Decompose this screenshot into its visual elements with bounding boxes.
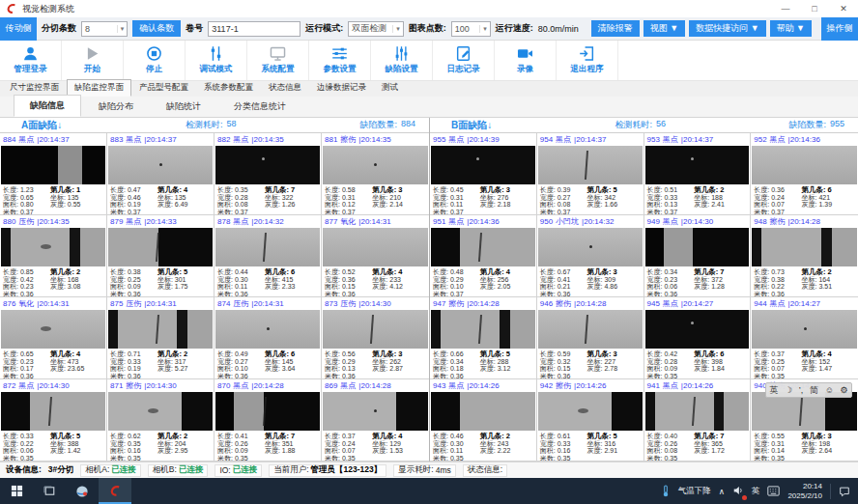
clock[interactable]: 20:14 2025/2/10 — [787, 482, 822, 500]
defect-image[interactable] — [538, 392, 643, 431]
defect-image[interactable] — [215, 228, 320, 266]
parameter-settings-button[interactable]: 参数设置 — [309, 41, 371, 80]
ime-simplified-toggle[interactable]: 简 — [810, 384, 818, 397]
ime-halfmoon-toggle[interactable]: ☽ — [785, 385, 792, 395]
tab-status-info[interactable]: 状态信息 — [261, 79, 309, 97]
defect-cell[interactable]: 882 黑点 |20:14:35 长度:0.35 宽度:0.28 面积:0.08… — [214, 133, 322, 215]
debug-mode-button[interactable]: 调试模式 — [186, 41, 247, 80]
action-center-icon[interactable] — [839, 486, 850, 497]
ime-emoji-button[interactable]: ☺ — [825, 385, 834, 395]
view-menu-button[interactable]: 视图 ▼ — [644, 20, 685, 37]
defect-cell[interactable]: 880 压伤 |20:14:35 长度:0.85 宽度:0.42 面积:0.23… — [0, 215, 107, 297]
defect-image[interactable] — [215, 146, 320, 184]
chart-points-select[interactable]: 100 ▾ — [451, 21, 491, 37]
defect-image[interactable] — [108, 146, 213, 184]
subtab-defect-info[interactable]: 缺陷信息 — [14, 95, 81, 117]
record-video-button[interactable]: 录像 — [495, 41, 557, 80]
defect-image[interactable] — [431, 228, 535, 266]
defect-image[interactable] — [645, 228, 750, 266]
defect-cell[interactable]: 879 黑点 |20:14:33 长度:0.38 宽度:0.25 面积:0.09… — [107, 215, 214, 297]
defect-cell[interactable]: 875 压伤 |20:14:31 长度:0.71 宽度:0.33 面积:0.19… — [107, 297, 214, 379]
stop-button[interactable]: 停止 — [124, 41, 186, 80]
subtab-class-info-statistics[interactable]: 分类信息统计 — [218, 97, 301, 117]
maximize-button[interactable]: □ — [800, 0, 829, 17]
defect-image[interactable] — [1, 146, 105, 184]
defect-image[interactable] — [1, 392, 105, 431]
defect-cell[interactable]: 877 氧化 |20:14:31 长度:0.52 宽度:0.36 面积:0.15… — [322, 215, 429, 297]
defect-cell[interactable]: 955 黑点 |20:14:39 长度:0.45 宽度:0.31 面积:0.11… — [430, 133, 537, 215]
defect-cell[interactable]: 878 黑点 |20:14:32 长度:0.44 宽度:0.30 面积:0.11… — [214, 215, 322, 297]
defect-image[interactable] — [752, 392, 857, 431]
defect-image[interactable] — [645, 310, 750, 349]
task-view-button[interactable] — [33, 478, 66, 504]
defect-image[interactable] — [645, 146, 750, 184]
defect-image[interactable] — [431, 392, 535, 431]
defect-image[interactable] — [323, 310, 428, 349]
exit-program-button[interactable]: 退出程序 — [557, 41, 618, 80]
admin-login-button[interactable]: 管理登录 — [0, 41, 62, 80]
defect-image[interactable] — [752, 146, 857, 184]
defect-cell[interactable]: 869 黑点 |20:14:28 长度:0.37 宽度:0.24 面积:0.07… — [322, 379, 429, 462]
ime-language-indicator[interactable]: 英 — [752, 486, 760, 497]
defect-cell[interactable]: 945 黑点 |20:14:27 长度:0.42 宽度:0.28 面积:0.09… — [644, 297, 752, 379]
close-button[interactable]: ✕ — [829, 0, 858, 17]
tab-test[interactable]: 测试 — [374, 79, 406, 97]
defect-image[interactable] — [752, 228, 857, 266]
defect-image[interactable] — [323, 146, 428, 184]
taskbar-app-browser[interactable] — [66, 478, 99, 504]
ime-language-toggle[interactable]: 英 — [769, 384, 778, 397]
data-quick-access-menu-button[interactable]: 数据快捷访问 ▼ — [689, 20, 765, 37]
tab-system-param-config[interactable]: 系统参数配置 — [196, 79, 261, 97]
defect-cell[interactable]: 874 压伤 |20:14:31 长度:0.49 宽度:0.27 面积:0.10… — [214, 297, 322, 379]
log-record-button[interactable]: 日志记录 — [433, 41, 495, 80]
defect-cell[interactable]: 941 黑点 |20:14:26 长度:0.40 宽度:0.26 面积:0.08… — [644, 379, 752, 462]
tab-edge-data-record[interactable]: 边缘数据记录 — [309, 79, 374, 97]
defect-image[interactable] — [431, 146, 535, 184]
defect-cell[interactable]: 876 氧化 |20:14:31 长度:0.65 宽度:0.23 面积:0.17… — [0, 297, 107, 379]
defect-cell[interactable]: 873 压伤 |20:14:30 长度:0.56 宽度:0.29 面积:0.13… — [322, 297, 429, 379]
defect-image[interactable] — [645, 392, 750, 431]
defect-image[interactable] — [752, 310, 857, 349]
defect-image[interactable] — [1, 310, 105, 349]
defect-cell[interactable]: 883 黑点 |20:14:37 长度:0.47 宽度:0.46 面积:0.19… — [107, 133, 214, 215]
defect-cell[interactable]: 884 黑点 |20:14:37 长度:1.23 宽度:0.65 面积:0.80… — [0, 133, 107, 215]
confirm-count-button[interactable]: 确认条数 — [132, 20, 181, 37]
defect-image[interactable] — [323, 392, 428, 431]
defect-cell[interactable]: 881 擦伤 |20:14:35 长度:0.58 宽度:0.31 面积:0.12… — [322, 133, 429, 215]
defect-cell[interactable]: 952 黑点 |20:14:36 长度:0.36 宽度:0.24 面积:0.07… — [751, 133, 858, 215]
defect-image[interactable] — [538, 146, 643, 184]
defect-settings-button[interactable]: 缺陷设置 — [371, 41, 433, 80]
defect-image[interactable] — [538, 310, 643, 349]
volume-icon[interactable] — [732, 485, 744, 498]
subtab-defect-statistics[interactable]: 缺陷统计 — [151, 97, 216, 117]
defect-cell[interactable]: 872 黑点 |20:14:30 长度:0.33 宽度:0.22 面积:0.06… — [0, 379, 107, 462]
defect-cell[interactable]: 951 黑点 |20:14:36 长度:0.48 宽度:0.29 面积:0.10… — [430, 215, 537, 297]
defect-cell[interactable]: 870 黑点 |20:14:28 长度:0.41 宽度:0.26 面积:0.09… — [214, 379, 322, 462]
defect-image[interactable] — [108, 228, 213, 266]
minimize-button[interactable]: — — [771, 0, 800, 17]
defect-cell[interactable]: 950 小凹坑 |20:14:32 长度:0.67 宽度:0.41 面积:0.2… — [537, 215, 644, 297]
roll-number-input[interactable] — [208, 21, 300, 37]
operator-side-button[interactable]: 操作侧 — [821, 17, 858, 41]
split-count-select[interactable]: 8 ▾ — [81, 21, 128, 37]
defect-cell[interactable]: 953 黑点 |20:14:37 长度:0.51 宽度:0.33 面积:0.13… — [644, 133, 752, 215]
keyboard-icon[interactable] — [767, 486, 780, 496]
defect-image[interactable] — [538, 228, 643, 266]
defect-cell[interactable]: 949 黑点 |20:14:30 长度:0.34 宽度:0.23 面积:0.06… — [644, 215, 752, 297]
run-mode-select[interactable]: 双面检测 ▾ — [348, 21, 404, 37]
defect-image[interactable] — [108, 310, 213, 349]
defect-cell[interactable]: 947 擦伤 |20:14:28 长度:0.66 宽度:0.34 面积:0.18… — [430, 297, 537, 379]
clear-alarm-button[interactable]: 清除报警 — [591, 20, 640, 37]
defect-image[interactable] — [215, 310, 320, 349]
ime-punctuation-toggle[interactable]: ’, — [799, 385, 804, 395]
defect-image[interactable] — [1, 228, 105, 266]
defect-cell[interactable]: 944 黑点 |20:14:27 长度:0.37 宽度:0.25 面积:0.07… — [751, 297, 858, 379]
system-config-button[interactable]: 系统配置 — [247, 41, 309, 80]
help-menu-button[interactable]: 帮助 ▼ — [770, 20, 812, 37]
subtab-defect-distribution[interactable]: 缺陷分布 — [83, 97, 149, 117]
defect-cell[interactable]: 954 黑点 |20:14:37 长度:0.39 宽度:0.27 面积:0.08… — [537, 133, 644, 215]
defect-cell[interactable]: 871 擦伤 |20:14:30 长度:0.62 宽度:0.35 面积:0.16… — [107, 379, 214, 462]
taskbar-app-inspection-system[interactable] — [99, 478, 131, 504]
tab-product-model-config[interactable]: 产品型号配置 — [131, 79, 196, 97]
defect-image[interactable] — [215, 392, 320, 431]
